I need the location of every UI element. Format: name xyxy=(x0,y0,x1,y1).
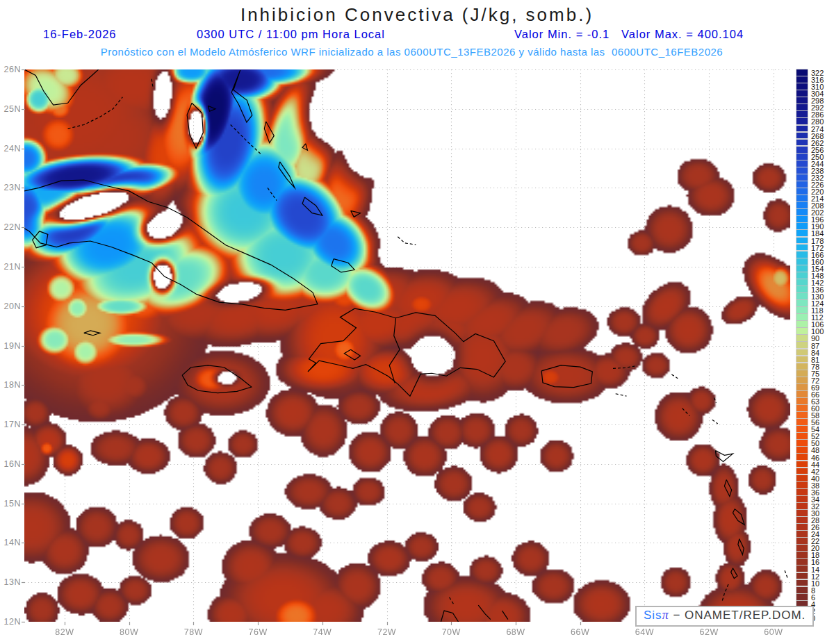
lat-label-21n: 21N xyxy=(0,262,21,272)
colorbar-cell-78 xyxy=(796,363,808,370)
colorbar-cell-166 xyxy=(796,251,808,258)
subtitle-forecast-model-info: Pronóstico con el Modelo Atmósferico WRF… xyxy=(0,46,824,58)
colorbar-cell-286 xyxy=(796,111,808,117)
sispi-logo-pi-icon: π xyxy=(662,608,669,622)
colorbar-cell-130 xyxy=(796,293,808,299)
colorbar-cell-30 xyxy=(796,510,808,516)
colorbar-cell-112 xyxy=(796,314,808,320)
weather-map-page: { "title": "Inhibicion Convectiva (J/kg,… xyxy=(0,0,834,644)
lon-label-76w: 76W xyxy=(243,627,273,637)
colorbar-cell-118 xyxy=(796,307,808,313)
lat-label-15n: 15N xyxy=(0,499,21,509)
lon-label-66w: 66W xyxy=(565,627,596,637)
lat-label-14n: 14N xyxy=(0,538,21,547)
lat-label-22n: 22N xyxy=(0,222,21,232)
colorbar-legend: 3223163103042982922862802742682622562502… xyxy=(796,69,834,625)
lat-label-12n: 12N xyxy=(0,617,21,627)
map-canvas xyxy=(21,66,792,632)
colorbar-cell-46 xyxy=(796,454,808,460)
colorbar-cell-136 xyxy=(796,286,808,292)
colorbar-cell-44 xyxy=(796,461,808,468)
lon-label-72w: 72W xyxy=(372,627,402,637)
colorbar-cell-202 xyxy=(796,209,808,215)
colorbar-cell-90 xyxy=(796,335,808,341)
colorbar-cell-38 xyxy=(796,482,808,488)
subtitle-date: 16-Feb-2026 xyxy=(43,28,116,41)
colorbar-cell-81 xyxy=(796,356,808,363)
colorbar-cell-10 xyxy=(796,580,808,586)
lon-label-60w: 60W xyxy=(758,627,789,637)
colorbar-cell-292 xyxy=(796,104,808,110)
colorbar-cell-298 xyxy=(796,97,808,104)
lon-label-70w: 70W xyxy=(436,627,466,637)
colorbar-cell-250 xyxy=(796,154,808,160)
colorbar-label-184: 184 xyxy=(811,230,824,237)
colorbar-cell-32 xyxy=(796,503,808,509)
colorbar-cell-36 xyxy=(796,489,808,495)
colorbar-cell-208 xyxy=(796,202,808,208)
colorbar-cell-322 xyxy=(796,69,808,76)
colorbar-cell-48 xyxy=(796,447,808,453)
colorbar-cell-160 xyxy=(796,258,808,265)
colorbar-cell-274 xyxy=(796,126,808,132)
colorbar-cell-184 xyxy=(796,230,808,236)
colorbar-cell-69 xyxy=(796,384,808,390)
colorbar-cell-14 xyxy=(796,565,808,572)
colorbar-cell-214 xyxy=(796,195,808,201)
colorbar-cell-54 xyxy=(796,426,808,432)
colorbar-cell-26 xyxy=(796,524,808,530)
colorbar-cell-52 xyxy=(796,433,808,439)
colorbar-cell-262 xyxy=(796,140,808,146)
colorbar-cell-106 xyxy=(796,321,808,327)
colorbar-cell-20 xyxy=(796,545,808,551)
colorbar-cell-63 xyxy=(796,398,808,404)
lat-label-24n: 24N xyxy=(0,144,21,154)
colorbar-cell-87 xyxy=(796,342,808,348)
colorbar-cell-60 xyxy=(796,405,808,411)
colorbar-cell-304 xyxy=(796,90,808,97)
lat-label-25n: 25N xyxy=(0,104,21,114)
sispi-logo-text: Sis xyxy=(644,609,662,622)
colorbar-cell-8 xyxy=(796,587,808,593)
subtitle-min-max-values: Valor Min. = -0.1 Valor Max. = 400.104 xyxy=(514,28,744,41)
colorbar-cell-148 xyxy=(796,272,808,279)
colorbar-label-46: 46 xyxy=(811,454,819,461)
colorbar-cell-28 xyxy=(796,517,808,523)
lat-label-16n: 16N xyxy=(0,459,21,469)
lat-label-19n: 19N xyxy=(0,341,21,351)
colorbar-cell-238 xyxy=(796,167,808,174)
colorbar-cell-244 xyxy=(796,160,808,167)
lon-label-82w: 82W xyxy=(49,627,80,637)
lon-label-74w: 74W xyxy=(307,627,338,637)
lon-label-68w: 68W xyxy=(500,627,531,637)
colorbar-label-48: 48 xyxy=(811,447,819,454)
watermark-box: Sisπ − ONAMET/REP.DOM. xyxy=(635,606,814,627)
colorbar-cell-72 xyxy=(796,377,808,383)
lat-label-26n: 26N xyxy=(0,65,21,74)
lat-label-13n: 13N xyxy=(0,577,21,587)
colorbar-cell-24 xyxy=(796,531,808,537)
page-title: Inhibicion Convectiva (J/kg, somb.) xyxy=(0,4,834,26)
colorbar-cell-268 xyxy=(796,133,808,139)
colorbar-cell-42 xyxy=(796,468,808,474)
colorbar-cell-84 xyxy=(796,349,808,356)
lon-label-78w: 78W xyxy=(178,627,208,637)
lat-label-17n: 17N xyxy=(0,420,21,429)
colorbar-cell-40 xyxy=(796,475,808,481)
colorbar-label-280: 280 xyxy=(811,118,824,125)
colorbar-cell-16 xyxy=(796,559,808,565)
colorbar-cell-56 xyxy=(796,419,808,425)
colorbar-cell-232 xyxy=(796,174,808,181)
colorbar-cell-124 xyxy=(796,300,808,306)
colorbar-cell-172 xyxy=(796,245,808,251)
colorbar-cell-58 xyxy=(796,412,808,418)
colorbar-cell-66 xyxy=(796,391,808,397)
colorbar-cell-12 xyxy=(796,573,808,579)
subtitle-valid-time: 0300 UTC / 11:00 pm Hora Local xyxy=(197,28,385,41)
colorbar-cell-22 xyxy=(796,538,808,544)
lat-label-18n: 18N xyxy=(0,380,21,390)
lon-label-80w: 80W xyxy=(114,627,145,637)
colorbar-label-87: 87 xyxy=(811,342,819,349)
lat-label-20n: 20N xyxy=(0,302,21,311)
watermark-org-text: − ONAMET/REP.DOM. xyxy=(669,609,806,622)
